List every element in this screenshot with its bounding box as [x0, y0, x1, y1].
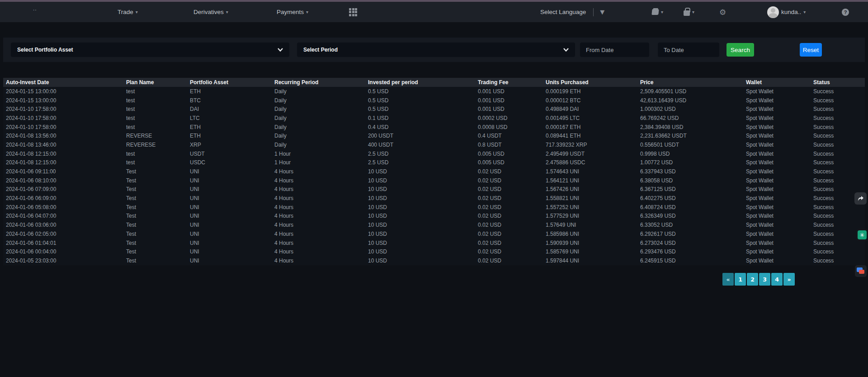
table-cell: 2.5 USD — [365, 158, 475, 167]
table-cell: REVERSE — [123, 131, 187, 140]
bag-icon — [684, 10, 690, 16]
table-cell: 2024-01-06 00:04:00 — [3, 247, 123, 256]
table-cell: 10 USD — [365, 220, 475, 229]
table-cell: 1.00772 USD — [637, 158, 743, 167]
pagination-page-3[interactable]: 3 — [759, 273, 770, 286]
table-cell: 0.02 USD — [475, 229, 543, 239]
logo[interactable]: .. — [33, 0, 37, 19]
table-cell: test — [123, 123, 187, 132]
search-button[interactable]: Search — [726, 43, 754, 57]
table-cell: 2.475886 USDC — [543, 158, 637, 167]
table-cell: Test — [123, 220, 187, 229]
table-cell: 1.567426 UNI — [543, 185, 637, 194]
period-select[interactable]: Select Period — [297, 43, 575, 57]
language-selector[interactable]: Select Language ▼ — [540, 2, 604, 22]
table-cell: 6.326349 USD — [637, 212, 743, 221]
table-cell: 0.4 USDT — [475, 131, 543, 140]
table-cell: 0.0002 USD — [475, 114, 543, 123]
wallet-bag-button[interactable]: ▾ — [684, 2, 694, 22]
nav-menu-trade[interactable]: Trade ▾ — [118, 2, 138, 22]
table-cell: 2024-01-06 03:06:00 — [3, 220, 123, 229]
table-cell: 6.337943 USD — [637, 167, 743, 176]
table-cell: UNI — [187, 194, 272, 203]
table-cell: 0.000012 BTC — [543, 96, 637, 105]
table-cell: 0.001 USD — [475, 105, 543, 114]
table-cell: 1.558821 UNI — [543, 194, 637, 203]
chevron-down-icon — [563, 48, 569, 52]
column-header: Invested per period — [365, 78, 475, 87]
table-cell: Spot Wallet — [743, 256, 811, 265]
table-cell: 4 Hours — [272, 176, 365, 185]
table-cell: 1.000302 USD — [637, 105, 743, 114]
table-cell: 4 Hours — [272, 203, 365, 212]
table-cell: test — [123, 149, 187, 158]
pagination-prev-button[interactable]: « — [722, 273, 734, 286]
language-dropdown-icon: ▼ — [600, 9, 604, 15]
table-cell: 2024-01-10 17:58:00 — [3, 114, 123, 123]
column-header: Auto-Invest Date — [3, 78, 123, 87]
chat-bubble-icon — [859, 270, 864, 274]
table-cell: 10 USD — [365, 185, 475, 194]
table-cell: 1.574643 UNI — [543, 167, 637, 176]
help-button[interactable]: ? — [842, 2, 849, 22]
table-cell: LTC — [187, 114, 272, 123]
table-cell: 0.001 USD — [475, 87, 543, 96]
chat-extension-button[interactable] — [855, 265, 867, 277]
pagination-page-4[interactable]: 4 — [771, 273, 783, 286]
share-widget-button[interactable] — [854, 192, 867, 205]
reset-button[interactable]: Reset — [800, 43, 822, 57]
column-header: Price — [637, 78, 743, 87]
chevron-down-icon — [278, 48, 283, 52]
table-cell: 0.001495 LTC — [543, 114, 637, 123]
table-cell: Success — [811, 140, 865, 149]
user-menu[interactable]: kunda.. ▾ — [767, 2, 806, 22]
table-row: 2024-01-08 13:46:00REVERESEXRPDaily400 U… — [3, 140, 865, 149]
table-header-row: Auto-Invest DatePlan NamePortfolio Asset… — [3, 78, 865, 87]
table-row: 2024-01-08 12:15:00testUSDT1 Hour2.5 USD… — [3, 149, 865, 158]
table-cell: USDT — [187, 149, 272, 158]
portfolio-asset-select[interactable]: Select Portfolio Asset — [11, 43, 289, 57]
table-cell: 1 Hour — [272, 149, 365, 158]
orders-book-button[interactable]: ▾ — [652, 2, 663, 22]
chevron-down-icon: ▾ — [692, 10, 694, 14]
table-cell: 6.293476 USD — [637, 247, 743, 256]
table-cell: 1.564121 UNI — [543, 176, 637, 185]
table-cell: test — [123, 87, 187, 96]
table-cell: Spot Wallet — [743, 212, 811, 221]
table-cell: 6.33052 USD — [637, 220, 743, 229]
table-cell: 0.089441 ETH — [543, 131, 637, 140]
from-date-input[interactable] — [580, 43, 649, 57]
table-cell: 6.38058 USD — [637, 176, 743, 185]
table-cell: Success — [811, 131, 865, 140]
chatgpt-extension-button[interactable]: ✳ — [858, 230, 867, 239]
table-cell: 42,613.16439 USD — [637, 96, 743, 105]
table-cell: 6.292617 USD — [637, 229, 743, 239]
table-cell: DAI — [187, 105, 272, 114]
nav-menu-payments[interactable]: Payments ▾ — [277, 2, 308, 22]
settings-button[interactable]: ⚙ — [719, 2, 726, 22]
table-cell: 6.408724 USD — [637, 203, 743, 212]
table-cell: 0.9998 USD — [637, 149, 743, 158]
table-row: 2024-01-06 05:08:00TestUNI4 Hours10 USD0… — [3, 203, 865, 212]
pagination-page-1[interactable]: 1 — [735, 273, 746, 286]
table-cell: USDC — [187, 158, 272, 167]
table-cell: 2.495499 USDT — [543, 149, 637, 158]
table-cell: 0.02 USD — [475, 239, 543, 248]
table-cell: 0.02 USD — [475, 167, 543, 176]
chatgpt-icon: ✳ — [860, 232, 865, 239]
table-row: 2024-01-08 12:15:00testUSDC1 Hour2.5 USD… — [3, 158, 865, 167]
auto-invest-history-table: Auto-Invest DatePlan NamePortfolio Asset… — [3, 78, 865, 265]
apps-grid-button[interactable] — [349, 2, 357, 22]
pagination-next-button[interactable]: » — [783, 273, 795, 286]
table-cell: 1.585769 UNI — [543, 247, 637, 256]
table-cell: Spot Wallet — [743, 140, 811, 149]
pagination-page-2[interactable]: 2 — [747, 273, 758, 286]
to-date-input[interactable] — [658, 43, 719, 57]
table-cell: 10 USD — [365, 167, 475, 176]
table-cell: 10 USD — [365, 194, 475, 203]
nav-menu-derivatives[interactable]: Derivatives ▾ — [193, 2, 228, 22]
table-cell: UNI — [187, 229, 272, 239]
table-cell: 2024-01-15 13:00:00 — [3, 96, 123, 105]
table-cell: 2024-01-06 01:04:01 — [3, 239, 123, 248]
table-cell: 1.597844 UNI — [543, 256, 637, 265]
